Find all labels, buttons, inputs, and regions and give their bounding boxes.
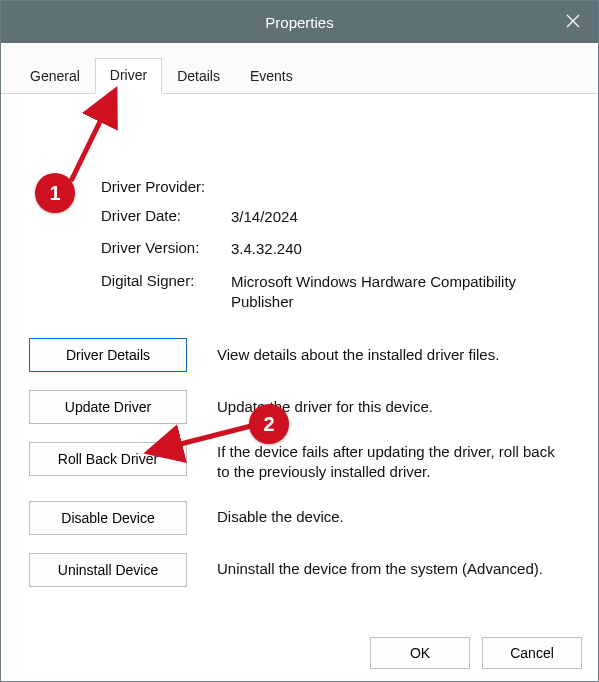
info-value [231, 178, 570, 195]
close-icon [566, 14, 580, 31]
action-desc: Update the driver for this device. [217, 397, 441, 417]
info-row-signer: Digital Signer: Microsoft Windows Hardwa… [101, 272, 570, 313]
driver-info: Driver Provider: Driver Date: 3/14/2024 … [101, 178, 570, 312]
info-row-provider: Driver Provider: [101, 178, 570, 195]
titlebar: Properties [1, 1, 598, 43]
info-label: Driver Version: [101, 239, 231, 259]
info-row-version: Driver Version: 3.4.32.240 [101, 239, 570, 259]
tab-general[interactable]: General [15, 59, 95, 94]
info-label: Driver Provider: [101, 178, 231, 195]
action-row-details: Driver Details View details about the in… [29, 338, 570, 372]
action-desc: Disable the device. [217, 507, 352, 527]
driver-details-button[interactable]: Driver Details [29, 338, 187, 372]
window-title: Properties [265, 14, 333, 31]
ok-button[interactable]: OK [370, 637, 470, 669]
info-row-date: Driver Date: 3/14/2024 [101, 207, 570, 227]
update-driver-button[interactable]: Update Driver [29, 390, 187, 424]
roll-back-driver-button[interactable]: Roll Back Driver [29, 442, 187, 476]
action-row-update: Update Driver Update the driver for this… [29, 390, 570, 424]
info-label: Driver Date: [101, 207, 231, 227]
action-desc: View details about the installed driver … [217, 345, 507, 365]
action-desc: Uninstall the device from the system (Ad… [217, 559, 551, 579]
uninstall-device-button[interactable]: Uninstall Device [29, 553, 187, 587]
tab-driver[interactable]: Driver [95, 58, 162, 94]
tab-content: Driver Provider: Driver Date: 3/14/2024 … [1, 94, 598, 587]
tab-row: General Driver Details Events [1, 43, 598, 94]
action-row-disable: Disable Device Disable the device. [29, 501, 570, 535]
cancel-button[interactable]: Cancel [482, 637, 582, 669]
dialog-footer: OK Cancel [370, 637, 582, 669]
disable-device-button[interactable]: Disable Device [29, 501, 187, 535]
tab-details[interactable]: Details [162, 59, 235, 94]
action-desc: If the device fails after updating the d… [217, 442, 570, 483]
close-button[interactable] [548, 1, 598, 43]
info-value: 3.4.32.240 [231, 239, 570, 259]
driver-actions: Driver Details View details about the in… [29, 338, 570, 587]
action-row-uninstall: Uninstall Device Uninstall the device fr… [29, 553, 570, 587]
properties-window: Properties General Driver Details Events… [0, 0, 599, 682]
info-value: Microsoft Windows Hardware Compatibility… [231, 272, 570, 313]
tab-events[interactable]: Events [235, 59, 308, 94]
info-label: Digital Signer: [101, 272, 231, 313]
info-value: 3/14/2024 [231, 207, 570, 227]
action-row-rollback: Roll Back Driver If the device fails aft… [29, 442, 570, 483]
